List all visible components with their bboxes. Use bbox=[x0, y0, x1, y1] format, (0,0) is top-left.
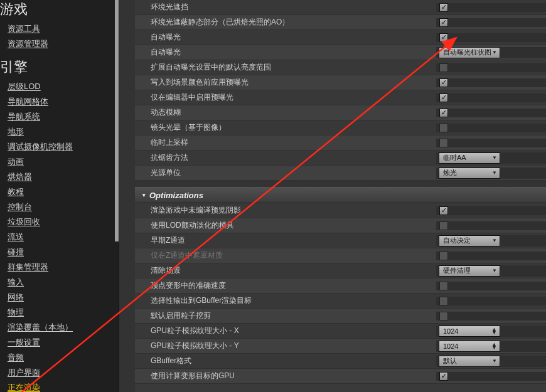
spinbox-value: 1024 bbox=[443, 327, 458, 335]
property-row: GPU粒子模拟纹理大小 - X1024▲▼ bbox=[135, 324, 546, 339]
sidebar-item[interactable]: 资源管理器 bbox=[0, 36, 119, 51]
sidebar-item[interactable]: 群集管理器 bbox=[0, 260, 119, 275]
category-header-optimizations[interactable]: ▾Optimizations bbox=[135, 187, 546, 203]
property-label: 渲染游戏中未编译预览阴影 bbox=[135, 205, 436, 216]
sidebar-item[interactable]: 渲染覆盖（本地） bbox=[0, 320, 119, 335]
property-row: 扩展自动曝光设置中的默认亮度范围 bbox=[135, 60, 546, 75]
property-row: GBuffer格式默认▼ bbox=[135, 354, 546, 369]
property-label: 镜头光晕（基于图像） bbox=[135, 122, 436, 133]
dropdown[interactable]: 自动曝光柱状图▼ bbox=[439, 47, 500, 58]
property-row: 早期Z通道自动决定▼ bbox=[135, 233, 546, 248]
sidebar-item[interactable]: 层级LOD bbox=[0, 79, 119, 94]
property-label: 仅在编辑器中启用预曝光 bbox=[135, 92, 436, 103]
property-label: 写入到场景颜色前应用预曝光 bbox=[135, 77, 436, 88]
property-label: 光源单位 bbox=[135, 167, 436, 178]
checkbox[interactable] bbox=[439, 252, 448, 260]
dropdown-value: 默认 bbox=[443, 356, 457, 366]
sidebar-item[interactable]: 动画 bbox=[0, 154, 119, 169]
property-row: 选择性输出到GBuffer渲染目标 bbox=[135, 294, 546, 309]
property-row: 默认启用粒子挖剪 bbox=[135, 309, 546, 324]
spinbox-value: 1024 bbox=[443, 342, 458, 350]
chevron-down-icon: ▼ bbox=[492, 155, 497, 161]
checkbox[interactable] bbox=[439, 297, 448, 305]
chevron-down-icon: ▼ bbox=[492, 50, 497, 55]
number-spinbox[interactable]: 1024▲▼ bbox=[439, 326, 500, 337]
property-row: 抗锯齿方法临时AA▼ bbox=[135, 151, 546, 166]
sidebar-item[interactable]: 网络 bbox=[0, 290, 119, 305]
sidebar-item[interactable]: 导航网格体 bbox=[0, 94, 119, 109]
sidebar-item[interactable]: 输入 bbox=[0, 275, 119, 290]
dropdown-value: 自动决定 bbox=[443, 236, 471, 245]
property-row: 清除场景硬件清理▼ bbox=[135, 263, 546, 278]
sidebar-item[interactable]: 调试摄像机控制器 bbox=[0, 139, 119, 154]
scrollbar-thumb[interactable] bbox=[115, 0, 119, 241]
property-label: 早期Z通道 bbox=[135, 235, 436, 246]
sidebar-item[interactable]: 垃圾回收 bbox=[0, 215, 119, 230]
dropdown[interactable]: 自动决定▼ bbox=[439, 235, 500, 246]
property-label: 仅在Z通道中遮罩材质 bbox=[135, 250, 436, 261]
checkbox[interactable]: ✓ bbox=[439, 78, 448, 87]
property-label: 动态模糊 bbox=[135, 107, 436, 118]
property-row: 环境光遮挡✓ bbox=[135, 0, 546, 15]
dropdown-value: 自动曝光柱状图 bbox=[443, 48, 491, 57]
chevron-down-icon: ▼ bbox=[492, 170, 497, 176]
checkbox[interactable] bbox=[439, 63, 448, 72]
sidebar-item[interactable]: 烘焙器 bbox=[0, 169, 119, 184]
checkbox[interactable]: ✓ bbox=[439, 372, 448, 381]
property-row: 动态模糊✓ bbox=[135, 105, 546, 120]
property-label: 环境光遮蔽静态部分（已烘焙光照的AO） bbox=[135, 17, 436, 28]
dropdown[interactable]: 烛光▼ bbox=[439, 167, 500, 179]
sidebar-item[interactable]: 导航系统 bbox=[0, 109, 119, 124]
property-panel: 环境光遮挡✓环境光遮蔽静态部分（已烘焙光照的AO）✓自动曝光✓自动曝光自动曝光柱… bbox=[135, 0, 546, 392]
property-label: 默认启用粒子挖剪 bbox=[135, 310, 436, 321]
category-title: Optimizations bbox=[149, 191, 203, 200]
dropdown[interactable]: 硬件清理▼ bbox=[439, 265, 500, 277]
checkbox[interactable]: ✓ bbox=[439, 3, 448, 12]
dropdown-value: 烛光 bbox=[443, 168, 457, 177]
checkbox[interactable]: ✓ bbox=[439, 109, 448, 117]
checkbox[interactable]: ✓ bbox=[439, 93, 448, 102]
property-row: 临时上采样 bbox=[135, 135, 546, 151]
property-label: 清除场景 bbox=[135, 265, 436, 276]
disclosure-triangle-icon: ▾ bbox=[142, 192, 146, 198]
checkbox[interactable] bbox=[439, 139, 448, 147]
spin-arrows-icon: ▲▼ bbox=[491, 328, 497, 334]
checkbox[interactable] bbox=[439, 221, 448, 230]
property-row: 环境光遮蔽静态部分（已烘焙光照的AO）✓ bbox=[135, 15, 546, 30]
chevron-down-icon: ▼ bbox=[492, 238, 497, 243]
property-row: 自动曝光自动曝光柱状图▼ bbox=[135, 45, 546, 60]
checkbox[interactable]: ✓ bbox=[439, 206, 448, 215]
sidebar-item[interactable]: 控制台 bbox=[0, 199, 119, 215]
sidebar-item[interactable]: 音频 bbox=[0, 350, 119, 365]
sidebar-item[interactable]: 碰撞 bbox=[0, 245, 119, 260]
sidebar-item[interactable]: 教程 bbox=[0, 184, 119, 199]
checkbox[interactable] bbox=[439, 312, 448, 320]
dropdown[interactable]: 默认▼ bbox=[439, 356, 500, 367]
sidebar-item[interactable]: 正在渲染 bbox=[0, 380, 119, 392]
property-label: 抗锯齿方法 bbox=[135, 152, 436, 163]
sidebar-item[interactable]: 用户界面 bbox=[0, 365, 119, 380]
sidebar-item[interactable]: 流送 bbox=[0, 230, 119, 245]
property-label: 扩展自动曝光设置中的默认亮度范围 bbox=[135, 62, 436, 73]
sidebar: 游戏资源工具资源管理器引擎层级LOD导航网格体导航系统地形调试摄像机控制器动画烘… bbox=[0, 0, 119, 392]
checkbox[interactable] bbox=[439, 124, 448, 132]
number-spinbox[interactable]: 1024▲▼ bbox=[439, 341, 500, 352]
sidebar-item[interactable]: 资源工具 bbox=[0, 21, 119, 36]
checkbox[interactable]: ✓ bbox=[439, 33, 448, 42]
checkbox[interactable] bbox=[439, 282, 448, 290]
property-label: 临时上采样 bbox=[135, 137, 436, 148]
sidebar-item[interactable]: 物理 bbox=[0, 305, 119, 320]
dropdown[interactable]: 临时AA▼ bbox=[439, 152, 500, 164]
sidebar-item[interactable]: 地形 bbox=[0, 124, 119, 139]
property-row: 自动曝光✓ bbox=[135, 30, 546, 45]
dropdown-value: 硬件清理 bbox=[443, 266, 471, 275]
property-label: 自动曝光 bbox=[135, 32, 436, 43]
property-label: GPU粒子模拟纹理大小 - Y bbox=[135, 341, 436, 351]
property-label: 顶点变形中的准确速度 bbox=[135, 280, 436, 291]
checkbox[interactable]: ✓ bbox=[439, 18, 448, 27]
gutter bbox=[119, 0, 135, 392]
sidebar-item[interactable]: 一般设置 bbox=[0, 335, 119, 350]
chevron-down-icon: ▼ bbox=[492, 268, 497, 273]
property-row: 光源单位烛光▼ bbox=[135, 166, 546, 181]
property-row: 仅在Z通道中遮罩材质 bbox=[135, 248, 546, 263]
